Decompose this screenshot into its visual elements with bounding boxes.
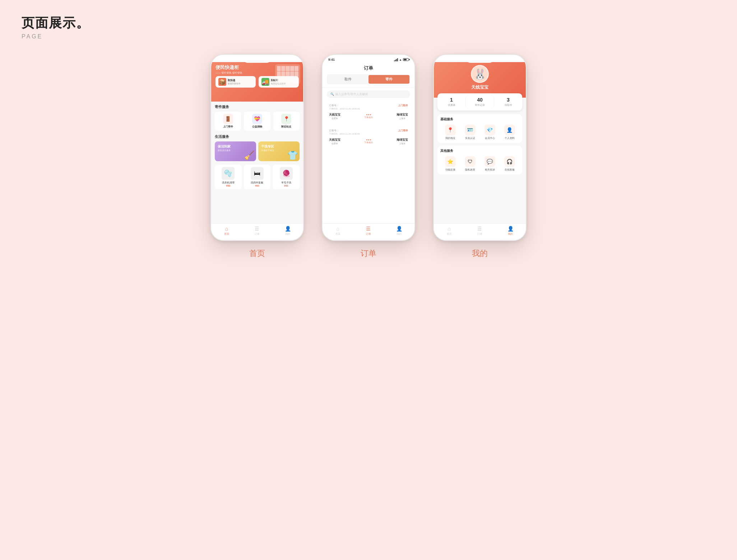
svc-verify[interactable]: 🪪 实名认证 <box>460 125 480 140</box>
service-door[interactable]: 🚪 上门寄件 <box>215 112 241 131</box>
wifi-icon2: ▲ <box>399 58 402 61</box>
order-card-1[interactable]: 订单号： 下单时间：2022-11-26 19:00:06 上门取件 天线宝宝 … <box>326 101 411 123</box>
battery-icon2 <box>403 58 409 61</box>
phone3-status-icons: ▲ <box>505 58 520 61</box>
nav2-order[interactable]: ☰ 订单 <box>353 226 384 236</box>
complaint-label: 相关投诉 <box>485 168 495 172</box>
svc-feedback[interactable]: ⭐ 功能反馈 <box>440 156 460 172</box>
order-icon: ☰ <box>255 226 259 232</box>
wifi-icon3: ▲ <box>510 58 513 61</box>
item-washing[interactable]: 🫧 洗衣机清理 ¥60 <box>215 165 242 189</box>
stat-pending: 3 待取件 <box>494 97 522 107</box>
svc-profile[interactable]: 👤 个人资料 <box>500 125 519 140</box>
stat-pending-label: 待取件 <box>505 103 512 107</box>
phone2-content: 订单 取件 寄件 🔍 输入运单号/寄件人关键词 订单号： <box>323 62 414 237</box>
stat-sent: 40 寄件记录 <box>466 97 494 107</box>
order-search[interactable]: 🔍 输入运单号/寄件人关键词 <box>327 90 410 98</box>
my-label2: 我的 <box>397 232 402 236</box>
order-time-1: 下单时间：2022-11-26 19:00:06 <box>329 107 360 111</box>
svc-complaint[interactable]: 💬 相关投诉 <box>480 156 500 172</box>
service-donate[interactable]: 💝 公益捐物 <box>244 112 270 131</box>
phone1-time: 9:41 <box>217 58 223 61</box>
order-time-2: 下单时间：2022-11-26 19:00:06 <box>329 132 360 136</box>
life-card-dryclean[interactable]: 干洗专区 衣服鞋子精洗 👕 <box>258 141 300 161</box>
life-service-title: 生活服务 <box>215 134 300 139</box>
pickup-label: 取快递 <box>228 79 241 82</box>
tab-bar: 取件 寄件 <box>327 74 410 84</box>
svc-privacy[interactable]: 🛡 隐私政策 <box>460 156 480 172</box>
route-dots-1 <box>366 114 371 115</box>
quick-action-pickup[interactable]: 📦 取快递 极速到家软件 <box>215 76 256 88</box>
my-header: 🐰 天线宝宝 <box>434 62 526 98</box>
phone1-content: 便民快递柜 —— 省时省钱 省时省钱 📦 <box>211 62 303 237</box>
receiver-name-1: 海绵宝宝 <box>397 113 408 117</box>
stat-coupon: 1 优惠券 <box>437 97 466 107</box>
battery-icon <box>292 58 297 61</box>
tab-pickup[interactable]: 取件 <box>328 75 368 84</box>
signal-icon <box>283 58 287 61</box>
svc-member[interactable]: 💎 会员中心 <box>480 125 500 140</box>
feedback-label: 功能反馈 <box>445 168 455 172</box>
my-label3: 我的 <box>508 232 513 236</box>
member-label: 会员中心 <box>485 136 495 140</box>
door-icon: 🚪 <box>223 114 233 124</box>
complaint-icon: 💬 <box>485 156 495 167</box>
my-body: 基础服务 📍 我的地址 🪪 实名认证 💎 <box>434 111 526 223</box>
nearby-icon: 📍 <box>281 114 291 124</box>
life-card-clean[interactable]: 保洁到家 家政清洁服务 🧹 <box>215 141 256 161</box>
tab-send[interactable]: 寄件 <box>368 75 409 84</box>
member-icon: 💎 <box>485 125 495 135</box>
phone3-notch <box>465 55 494 63</box>
nav1-my[interactable]: 👤 我的 <box>273 226 303 236</box>
verify-label: 实名认证 <box>465 136 475 140</box>
sender-loc-2: 合肥市 <box>332 142 338 145</box>
sender-name-2: 天线宝宝 <box>329 138 340 142</box>
home-icon: ⌂ <box>225 226 228 232</box>
phone1-notch <box>243 55 272 63</box>
nav3-order[interactable]: ☰ 订单 <box>464 226 495 236</box>
bedding-name: 洗四件套服 <box>246 181 269 185</box>
order-card-2[interactable]: 订单号： 下单时间：2022-11-26 19:00:06 上门寄件 天线宝宝 … <box>326 126 411 148</box>
other-services-section: 其他服务 ⭐ 功能反馈 🛡 隐私政策 💬 <box>437 146 522 174</box>
user-name: 天线宝宝 <box>471 84 488 90</box>
battery-icon3 <box>514 58 520 61</box>
svc-address[interactable]: 📍 我的地址 <box>440 125 460 140</box>
phone1-status-icons: ▲ <box>283 58 297 61</box>
stat-sent-num: 40 <box>477 97 483 103</box>
page-title-cn: 页面展示。 <box>22 14 715 32</box>
order-label: 订单 <box>255 232 260 236</box>
item-wool[interactable]: 🧶 羊毛干洗 ¥60 <box>273 165 300 189</box>
nav1-home[interactable]: ⌂ 首页 <box>211 226 242 236</box>
wool-name: 羊毛干洗 <box>275 181 297 185</box>
order-route-1: 天线宝宝 合肥市 下单成功 海绵宝宝 上海市 <box>329 113 408 120</box>
nav2-home[interactable]: ⌂ 首页 <box>323 226 353 236</box>
phone1-title: 便民快递柜 <box>215 64 242 71</box>
privacy-icon: 🛡 <box>465 156 476 167</box>
item-bedding[interactable]: 🛏 洗四件套服 ¥60 <box>244 165 271 189</box>
washing-img: 🫧 <box>222 167 235 180</box>
mailing-service-title: 寄件服务 <box>215 104 300 109</box>
other-services-title: 其他服务 <box>440 149 519 153</box>
search-icon: 🔍 <box>330 93 334 96</box>
profile-icon: 👤 <box>504 125 515 135</box>
home-icon3: ⌂ <box>448 226 450 232</box>
basic-services-icons: 📍 我的地址 🪪 实名认证 💎 会员中心 <box>440 125 519 140</box>
nav3-home[interactable]: ⌂ 首页 <box>434 226 464 236</box>
svc-service[interactable]: 🎧 在线客服 <box>500 156 519 172</box>
order-no-label-1: 订单号： <box>329 104 360 107</box>
locker-image <box>275 64 300 84</box>
nav3-my[interactable]: 👤 我的 <box>495 226 526 236</box>
wool-img: 🧶 <box>280 167 293 180</box>
pickup-text: 取快递 极速到家软件 <box>228 79 241 85</box>
service-nearby[interactable]: 📍 附近站点 <box>273 112 300 131</box>
nav1-order[interactable]: ☰ 订单 <box>242 226 272 236</box>
nav2-my[interactable]: 👤 我的 <box>384 226 414 236</box>
home-label: 首页 <box>224 232 229 236</box>
phone1-wrapper: 9:41 ▲ 便民快递柜 —— 省时省钱 省时省钱 <box>210 54 304 259</box>
order-page-title: 订单 <box>327 65 410 71</box>
service-label: 在线客服 <box>505 168 515 172</box>
dryclean-title: 干洗专区 <box>261 144 297 149</box>
privacy-label: 隐私政策 <box>465 168 475 172</box>
phone3-bottom-nav: ⌂ 首页 ☰ 订单 👤 我的 <box>434 223 526 237</box>
verify-icon: 🪪 <box>465 125 476 135</box>
